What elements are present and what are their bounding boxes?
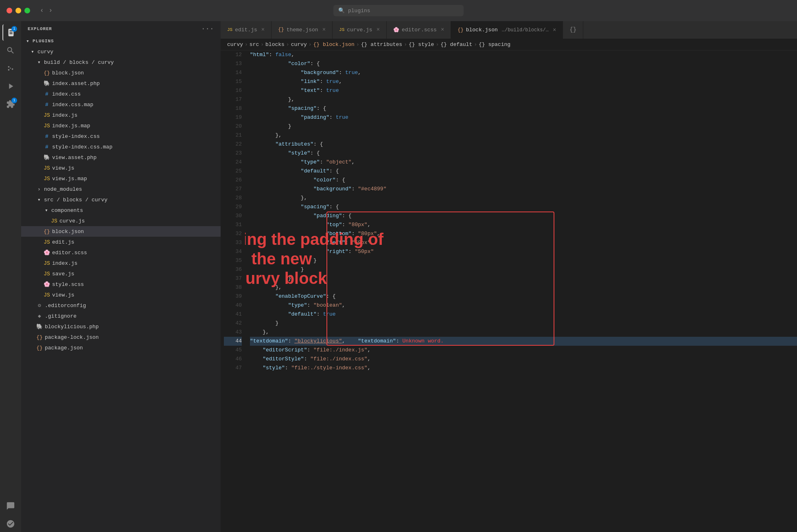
tree-blockylicious-php[interactable]: 🐘 blockylicious.php — [21, 321, 221, 332]
minimize-button[interactable] — [15, 8, 21, 13]
activity-extensions[interactable]: 1 — [2, 96, 19, 112]
code-line-22: "attributes": { — [250, 140, 797, 149]
tab-editor-scss[interactable]: 🌸 editor.scss × — [387, 21, 451, 39]
src-blocks-curvy-label: src / blocks / curvy — [44, 197, 107, 203]
tree-curvy[interactable]: ▾ curvy — [21, 46, 221, 57]
tab-block-json-label: block.json — [466, 27, 498, 33]
tree-block-json-build[interactable]: {} block.json — [21, 68, 221, 78]
json3-icon: {} — [36, 334, 43, 340]
code-line-30: "padding": { — [250, 211, 797, 220]
sidebar-content[interactable]: ▾ PLUGINS ▾ curvy ▾ build / blocks / cur… — [21, 36, 221, 532]
css-icon: # — [43, 91, 50, 97]
activity-git[interactable] — [2, 498, 19, 514]
tree-node-modules[interactable]: › node_modules — [21, 184, 221, 194]
back-button[interactable]: ‹ — [40, 7, 44, 14]
search-bar[interactable]: 🔍 plugins — [333, 5, 464, 16]
tree-index-css-map[interactable]: # index.css.map — [21, 99, 221, 110]
js-tab-icon: JS — [227, 27, 232, 32]
tree-index-js[interactable]: JS index.js — [21, 110, 221, 120]
tree-view-js-src[interactable]: JS view.js — [21, 290, 221, 300]
code-line-44: "textdomain": "blockylicious", "textdoma… — [250, 337, 797, 346]
scss-icon: 🌸 — [43, 249, 50, 256]
block-json-build-label: block.json — [52, 70, 84, 76]
tree-style-scss[interactable]: 🌸 style.scss — [21, 279, 221, 290]
sidebar-title: EXPLORER — [28, 26, 52, 31]
extensions-badge: 1 — [11, 98, 17, 103]
code-line-29: "spacing": { — [250, 203, 797, 211]
tree-style-index-css[interactable]: # style-index.css — [21, 131, 221, 142]
tab-close-icon[interactable]: × — [261, 26, 265, 33]
js2-icon: JS — [43, 165, 50, 171]
build-blocks-curvy-label: build / blocks / curvy — [44, 59, 114, 65]
tree-components[interactable]: ▾ components — [21, 205, 221, 216]
tree-plugins[interactable]: ▾ PLUGINS — [21, 36, 221, 46]
tree-src-blocks-curvy[interactable]: ▾ src / blocks / curvy — [21, 194, 221, 205]
gitignore-label: .gitignore — [45, 313, 77, 319]
tab-close-icon[interactable]: × — [322, 26, 326, 33]
edit-js-label: edit.js — [52, 239, 74, 245]
tree-build-blocks-curvy[interactable]: ▾ build / blocks / curvy — [21, 57, 221, 68]
activity-settings[interactable] — [2, 516, 19, 532]
tab-theme-json-label: theme.json — [287, 27, 318, 33]
tree-gitignore[interactable]: ◆ .gitignore — [21, 311, 221, 321]
editor-scss-label: editor.scss — [52, 250, 87, 256]
tab-edit-js[interactable]: JS edit.js × — [221, 21, 272, 39]
line-numbers: 1213141516 1718192021 2223242526 2728293… — [221, 50, 245, 532]
activity-source-control[interactable] — [2, 60, 19, 76]
close-button[interactable] — [7, 8, 12, 13]
tree-curve-js[interactable]: JS curve.js — [21, 216, 221, 226]
tree-index-css[interactable]: # index.css — [21, 89, 221, 99]
code-line-13: "color": { — [250, 59, 797, 68]
traffic-lights — [7, 8, 30, 13]
sidebar-more-button[interactable]: ··· — [201, 25, 214, 33]
tab-theme-json[interactable]: {} theme.json × — [272, 21, 333, 39]
code-area[interactable]: "html": false, "color": { "background": … — [245, 50, 797, 532]
tree-style-index-css-map[interactable]: # style-index.css.map — [21, 142, 221, 152]
tree-editor-scss[interactable]: 🌸 editor.scss — [21, 247, 221, 258]
caret-icon: ▾ — [29, 48, 36, 55]
forward-button[interactable]: › — [49, 7, 53, 14]
tree-view-js[interactable]: JS view.js — [21, 163, 221, 173]
tree-view-asset-php[interactable]: 🐘 view.asset.php — [21, 152, 221, 163]
tab-close-icon[interactable]: × — [441, 26, 444, 33]
tree-index-asset-php[interactable]: 🐘 index.asset.php — [21, 78, 221, 89]
activity-explorer[interactable]: 1 — [2, 24, 19, 41]
blockylicious-php-label: blockylicious.php — [45, 324, 99, 330]
tab-symbol[interactable]: {} — [563, 21, 583, 39]
php-icon: 🐘 — [43, 80, 50, 87]
breadcrumb-blocks: blocks — [265, 41, 285, 48]
maximize-button[interactable] — [24, 8, 30, 13]
code-line-26: "color": { — [250, 176, 797, 185]
code-line-23: "style": { — [250, 149, 797, 158]
tree-package-lock-json[interactable]: {} package-lock.json — [21, 332, 221, 342]
tree-view-js-map[interactable]: JS view.js.map — [21, 173, 221, 184]
style-scss-label: style.scss — [52, 281, 84, 288]
tab-close-icon[interactable]: × — [553, 27, 556, 33]
code-line-34: "right": "50px" — [250, 247, 797, 256]
tab-editor-scss-label: editor.scss — [402, 27, 437, 33]
tree-block-json-src[interactable]: {} block.json — [21, 226, 221, 237]
activity-search[interactable] — [2, 42, 19, 59]
tree-edit-js[interactable]: JS edit.js — [21, 237, 221, 247]
code-line-32: "bottom": "80px", — [250, 229, 797, 238]
code-line-47: "style": "file:./style-index.css", — [250, 364, 797, 373]
breadcrumb-block-json: {} block.json — [313, 41, 355, 48]
tab-curve-js[interactable]: JS curve.js × — [333, 21, 387, 39]
tree-index-js-src[interactable]: JS index.js — [21, 258, 221, 268]
style-index-css-map-label: style-index.css.map — [52, 144, 112, 150]
tab-block-json[interactable]: {} block.json …/build/blocks/… × — [451, 21, 563, 39]
activity-run[interactable] — [2, 78, 19, 94]
tree-package-json[interactable]: {} package.json — [21, 342, 221, 353]
breadcrumb-attributes: {} attributes — [361, 41, 402, 48]
tab-curve-js-label: curve.js — [347, 27, 372, 33]
tree-save-js[interactable]: JS save.js — [21, 268, 221, 279]
js5-icon: JS — [43, 239, 50, 245]
tree-index-js-map[interactable]: JS index.js.map — [21, 120, 221, 131]
breadcrumb-curvy: curvy — [227, 41, 243, 48]
json-tab-icon: {} — [278, 27, 284, 33]
explorer-badge: 1 — [11, 26, 17, 32]
components-label: components — [51, 207, 83, 214]
php3-icon: 🐘 — [36, 323, 43, 330]
tab-close-icon[interactable]: × — [377, 26, 380, 33]
tree-editorconfig[interactable]: ⚙ .editorconfig — [21, 300, 221, 311]
